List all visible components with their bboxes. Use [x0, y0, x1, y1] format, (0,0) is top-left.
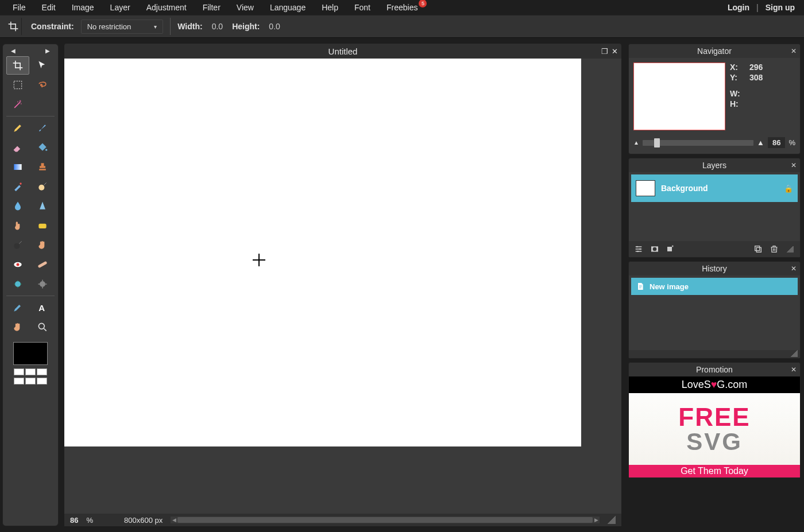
signup-link[interactable]: Sign up [761, 1, 799, 14]
redeye-tool[interactable] [6, 255, 29, 274]
history-item-label: New image [650, 282, 689, 291]
window-maximize-icon[interactable]: ❐ [601, 47, 608, 56]
window-resize-handle[interactable] [608, 516, 616, 524]
canvas-titlebar[interactable]: Untitled ❐ ✕ [64, 44, 621, 59]
wand-tool[interactable] [6, 95, 29, 114]
layers-close-icon[interactable]: ✕ [791, 161, 797, 169]
layer-style-icon[interactable] [664, 243, 677, 255]
pencil-tool[interactable] [6, 119, 29, 137]
eyedropper-tool[interactable] [6, 298, 29, 317]
promotion-ad[interactable]: LoveS♥G.com FREE SVG Get Them Today [629, 376, 800, 477]
svg-point-11 [40, 281, 45, 287]
window-close-icon[interactable]: ✕ [612, 47, 618, 56]
history-resize-handle[interactable] [629, 350, 800, 358]
menu-file[interactable]: File [5, 1, 34, 14]
zoom-out-icon[interactable]: ▲ [633, 139, 639, 146]
zoom-level[interactable]: 86 [70, 516, 78, 525]
menu-adjustment[interactable]: Adjustment [138, 1, 195, 14]
navigator-zoom-value[interactable]: 86 [768, 137, 785, 148]
type-tool[interactable]: A [31, 298, 54, 317]
history-close-icon[interactable]: ✕ [791, 265, 797, 273]
bloat-tool[interactable] [6, 275, 29, 293]
layer-delete-icon[interactable] [768, 243, 780, 255]
bucket-tool[interactable] [31, 138, 54, 157]
promo-cta: Get Them Today [629, 465, 800, 477]
lasso-tool[interactable] [31, 76, 54, 94]
layer-resize-handle[interactable] [784, 243, 797, 255]
width-input[interactable]: 0.0 [210, 21, 225, 32]
liquify-tool[interactable] [31, 275, 54, 293]
zoom-tool[interactable] [31, 318, 54, 336]
marquee-tool[interactable] [6, 76, 29, 94]
burn-tool[interactable] [6, 236, 29, 254]
right-panels: Navigator✕ X:296 Y:308 W: H: ▲ ▲ 86 % [628, 44, 801, 526]
sharpen-tool[interactable] [31, 197, 54, 215]
crop-tool[interactable] [6, 56, 29, 75]
menu-layer[interactable]: Layer [102, 1, 138, 14]
layer-mask-icon[interactable] [648, 243, 661, 255]
swatch[interactable] [37, 368, 47, 375]
layer-duplicate-icon[interactable] [752, 243, 764, 255]
blur-tool[interactable] [6, 197, 29, 215]
swatch[interactable] [25, 378, 36, 385]
navigator-zoom-percent: % [788, 138, 795, 147]
svg-rect-0 [14, 81, 21, 88]
heal-tool[interactable] [31, 255, 54, 274]
eyedropper-icon [12, 302, 24, 313]
pinch-tool[interactable] [31, 236, 54, 254]
canvas-statusbar: 86 % 800x600 px ◀▶ [64, 514, 621, 526]
lasso-icon [37, 79, 48, 91]
crop-icon [7, 21, 19, 32]
gradient-tool[interactable] [6, 158, 29, 176]
history-list: New image [629, 275, 800, 350]
document-title: Untitled [328, 46, 358, 56]
swatch[interactable] [37, 378, 47, 385]
move-tool[interactable] [31, 56, 54, 75]
zoom-in-icon[interactable]: ▲ [757, 138, 764, 147]
swatch[interactable] [14, 378, 24, 385]
layer-settings-icon[interactable] [632, 243, 645, 255]
promo-line1: FREE [678, 405, 750, 430]
brush-tool[interactable] [31, 119, 54, 137]
zoom-slider[interactable] [643, 140, 753, 146]
sponge-tool[interactable] [31, 216, 54, 235]
horizontal-scrollbar[interactable]: ◀▶ [171, 517, 600, 523]
eye-icon [12, 259, 24, 270]
canvas[interactable] [64, 59, 581, 446]
menu-freebies[interactable]: Freebies 5 [378, 1, 426, 14]
smudge-tool[interactable] [6, 216, 29, 235]
menu-language[interactable]: Language [262, 1, 314, 14]
stamp-tool[interactable] [31, 158, 54, 176]
height-input[interactable]: 0.0 [266, 21, 282, 32]
hand-tool[interactable] [6, 318, 29, 336]
eraser-tool[interactable] [6, 138, 29, 157]
stamp-icon [37, 161, 48, 173]
menu-help[interactable]: Help [314, 1, 346, 14]
layers-title: Layers [702, 161, 726, 170]
menu-edit[interactable]: Edit [34, 1, 64, 14]
swatch[interactable] [25, 368, 36, 375]
svg-rect-9 [38, 261, 48, 269]
dodge-tool[interactable] [31, 177, 54, 196]
toolbox-prev[interactable]: ◀ [11, 48, 16, 54]
toolbox-next[interactable]: ▶ [45, 48, 50, 54]
lock-icon[interactable]: 🔒 [784, 184, 793, 193]
menu-image[interactable]: Image [64, 1, 102, 14]
colorreplace-tool[interactable] [6, 177, 29, 196]
svg-point-3 [20, 182, 21, 184]
layer-row[interactable]: Background 🔒 [631, 174, 798, 202]
login-link[interactable]: Login [723, 1, 754, 14]
menu-filter[interactable]: Filter [195, 1, 229, 14]
menu-font[interactable]: Font [346, 1, 378, 14]
navigator-thumbnail[interactable] [633, 63, 725, 130]
navigator-close-icon[interactable]: ✕ [791, 47, 797, 55]
brush-icon [37, 122, 48, 134]
promotion-close-icon[interactable]: ✕ [791, 366, 797, 374]
constraint-select[interactable]: No restriction [81, 20, 164, 34]
swatch[interactable] [14, 368, 24, 375]
menu-view[interactable]: View [229, 1, 262, 14]
type-icon: A [37, 302, 48, 313]
foreground-color-swatch[interactable] [13, 342, 48, 365]
canvas-viewport[interactable] [64, 59, 621, 514]
history-item[interactable]: New image [631, 278, 798, 295]
